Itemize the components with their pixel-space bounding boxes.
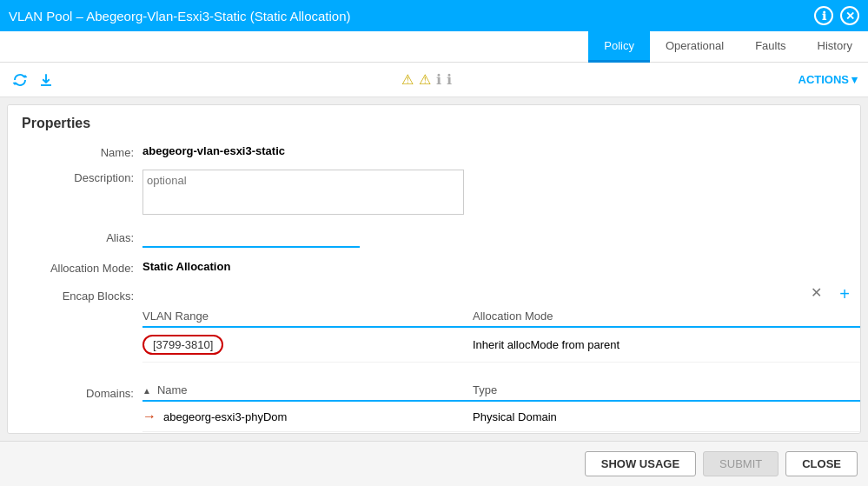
- alias-input[interactable]: [142, 230, 360, 248]
- toolbar-left: [10, 70, 56, 90]
- toolbar-right: ACTIONS ▾: [798, 73, 858, 86]
- close-button[interactable]: CLOSE: [785, 451, 858, 476]
- info-icon[interactable]: ℹ: [814, 6, 833, 25]
- info-circle-icon-2: ℹ: [447, 71, 452, 88]
- domain-arrow-icon: →: [142, 409, 156, 424]
- domains-table-header: Name Type: [142, 380, 860, 402]
- tab-faults[interactable]: Faults: [739, 31, 801, 63]
- tab-operational[interactable]: Operational: [650, 31, 739, 63]
- actions-button[interactable]: ACTIONS ▾: [798, 73, 858, 86]
- allocation-mode-row: Allocation Mode: Static Allocation: [8, 254, 860, 279]
- actions-chevron-icon: ▾: [851, 73, 858, 86]
- tab-history[interactable]: History: [802, 31, 868, 63]
- domains-label: Domains:: [8, 380, 142, 400]
- description-value: [142, 167, 860, 220]
- title-bar-controls: ℹ ✕: [814, 6, 859, 25]
- vlan-range-pill[interactable]: [3799-3810]: [142, 335, 223, 355]
- main-content: Properties Name: abegeorg-vlan-esxi3-sta…: [7, 104, 861, 434]
- domain-name-cell: → abegeorg-esxi3-phyDom: [142, 409, 473, 424]
- domains-table: Name Type → abegeorg-esxi3-phyDom Physic…: [142, 380, 860, 432]
- name-label: Name:: [8, 142, 142, 159]
- alias-row: Alias:: [8, 223, 860, 254]
- name-row: Name: abegeorg-vlan-esxi3-static: [8, 138, 860, 163]
- section-title: Properties: [8, 105, 860, 138]
- sort-asc-icon: [142, 383, 154, 396]
- encap-vlan-range-cell: [3799-3810]: [142, 335, 473, 355]
- info-circle-icon-1: ℹ: [436, 71, 441, 88]
- encap-col-vlan-header: VLAN Range: [142, 310, 473, 323]
- encap-alloc-mode-cell: Inherit allocMode from parent: [473, 338, 860, 351]
- encap-blocks-row: Encap Blocks: ✕ + VLAN Range Allocation …: [8, 279, 860, 366]
- description-label: Description:: [8, 167, 142, 184]
- domains-col-type-header: Type: [473, 383, 860, 396]
- description-row: Description:: [8, 163, 860, 223]
- domains-row: Domains: Name Type → abegeorg-esxi3-phyD…: [8, 376, 860, 434]
- title-bar: VLAN Pool – Abegeorg-Vlan-Esxi3-Static (…: [0, 0, 868, 31]
- window-title: VLAN Pool – Abegeorg-Vlan-Esxi3-Static (…: [9, 9, 351, 23]
- warning-icon-1: ⚠: [401, 71, 414, 88]
- encap-blocks-label: Encap Blocks:: [8, 283, 142, 303]
- alias-label: Alias:: [8, 227, 142, 244]
- allocation-mode-value: Static Allocation: [142, 257, 860, 276]
- table-row: [3799-3810] Inherit allocMode from paren…: [142, 328, 860, 363]
- domains-col-name-header: Name: [142, 383, 473, 396]
- description-textarea[interactable]: [142, 170, 464, 215]
- refresh-icon[interactable]: [10, 70, 30, 90]
- alias-value: [142, 227, 860, 250]
- tab-policy[interactable]: Policy: [588, 31, 650, 63]
- tab-bar: Policy Operational Faults History: [0, 31, 868, 63]
- list-item: → abegeorg-esxi3-phyDom Physical Domain: [142, 402, 860, 432]
- domain-name-value: abegeorg-esxi3-phyDom: [163, 410, 287, 423]
- show-usage-button[interactable]: SHOW USAGE: [585, 451, 696, 476]
- encap-col-alloc-header: Allocation Mode: [473, 310, 860, 323]
- window-close-icon[interactable]: ✕: [840, 6, 859, 25]
- encap-delete-icon[interactable]: ✕: [807, 284, 825, 304]
- toolbar-center: ⚠ ⚠ ℹ ℹ: [63, 71, 792, 88]
- name-value: abegeorg-vlan-esxi3-static: [142, 142, 860, 160]
- allocation-mode-label: Allocation Mode:: [8, 257, 142, 275]
- domain-type-cell: Physical Domain: [473, 410, 860, 423]
- toolbar: ⚠ ⚠ ℹ ℹ ACTIONS ▾: [0, 63, 868, 97]
- encap-blocks-content: ✕ + VLAN Range Allocation Mode [3799-381…: [142, 283, 860, 363]
- footer: SHOW USAGE SUBMIT CLOSE: [0, 441, 868, 486]
- submit-button[interactable]: SUBMIT: [703, 451, 779, 476]
- download-icon[interactable]: [36, 70, 56, 90]
- encap-add-icon[interactable]: +: [836, 284, 853, 304]
- warning-icon-2: ⚠: [419, 71, 431, 88]
